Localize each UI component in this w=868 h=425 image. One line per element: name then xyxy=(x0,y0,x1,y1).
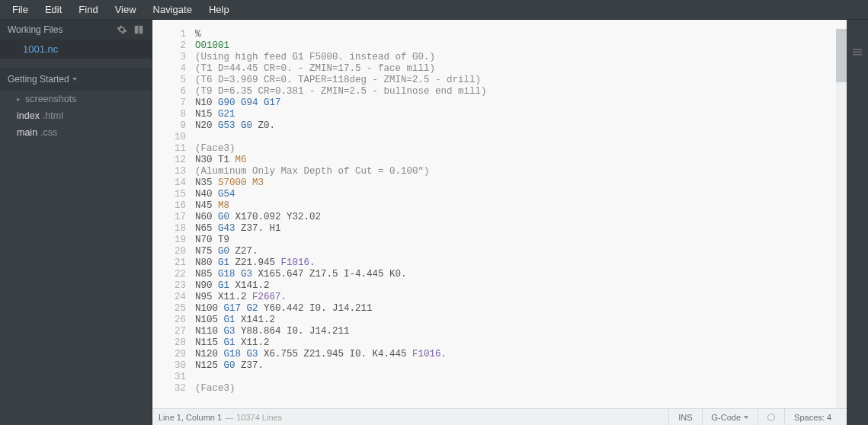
menu-view[interactable]: View xyxy=(107,1,144,18)
menu-help[interactable]: Help xyxy=(201,1,237,18)
language-mode[interactable]: G-Code xyxy=(702,409,758,425)
line-gutter: 1234567891011121314151617181920212223242… xyxy=(152,29,195,408)
main-area: Working Files 1001.nc Getting Started sc… xyxy=(0,20,868,425)
indent-mode[interactable]: Spaces: 4 xyxy=(784,409,841,425)
file-item[interactable]: main.css xyxy=(0,124,152,141)
chevron-down-icon xyxy=(72,78,77,81)
project-header[interactable]: Getting Started xyxy=(0,68,152,91)
split-icon[interactable] xyxy=(133,24,144,35)
project-title: Getting Started xyxy=(8,74,69,85)
file-item[interactable]: index.html xyxy=(0,107,152,124)
circle-icon xyxy=(767,414,775,421)
scroll-thumb[interactable] xyxy=(836,29,847,82)
total-lines: 10374 Lines xyxy=(236,413,282,422)
right-rail xyxy=(847,20,868,425)
insert-mode[interactable]: INS xyxy=(668,409,701,425)
working-files-title: Working Files xyxy=(8,24,117,35)
extensions-icon[interactable] xyxy=(851,46,863,58)
sidebar: Working Files 1001.nc Getting Started sc… xyxy=(0,20,152,425)
editor-area: 1234567891011121314151617181920212223242… xyxy=(152,20,847,425)
status-sep: — xyxy=(225,413,233,422)
vertical-scrollbar[interactable] xyxy=(836,29,847,408)
menu-edit[interactable]: Edit xyxy=(37,1,69,18)
menu-file[interactable]: File xyxy=(5,1,36,18)
menubar: FileEditFindViewNavigateHelp xyxy=(0,0,868,20)
code-editor[interactable]: 1234567891011121314151617181920212223242… xyxy=(152,20,847,408)
menu-find[interactable]: Find xyxy=(71,1,105,18)
cursor-pos[interactable]: Line 1, Column 1 xyxy=(159,413,222,422)
working-file[interactable]: 1001.nc xyxy=(0,40,152,59)
chevron-down-icon xyxy=(744,416,748,419)
menu-navigate[interactable]: Navigate xyxy=(146,1,200,18)
working-files-header: Working Files xyxy=(0,20,152,40)
lint-status[interactable] xyxy=(757,409,784,425)
gear-icon[interactable] xyxy=(117,24,127,35)
code-content[interactable]: %O01001(Using high feed G1 F5000. instea… xyxy=(195,29,836,408)
folder-item[interactable]: screenshots xyxy=(0,91,152,107)
statusbar: Line 1, Column 1 — 10374 Lines INS G-Cod… xyxy=(152,408,847,425)
